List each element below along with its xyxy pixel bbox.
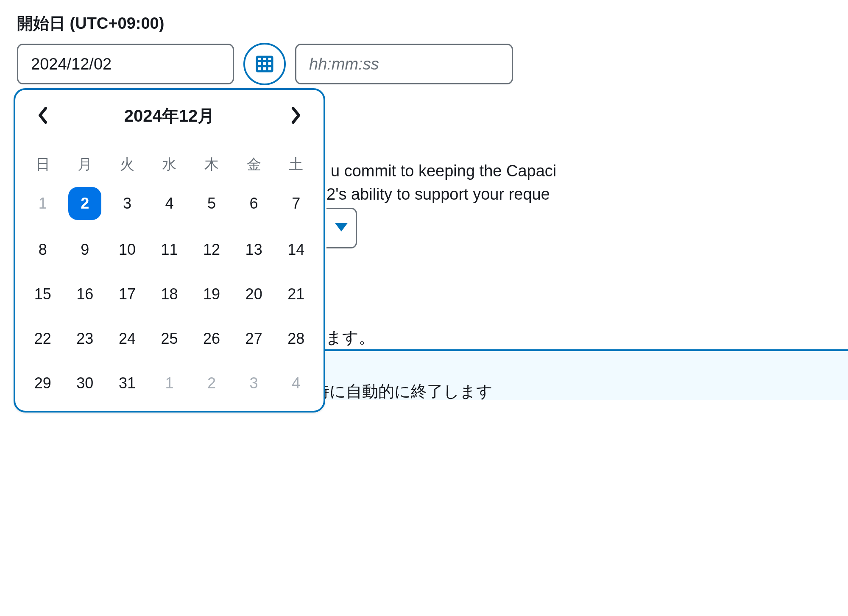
calendar-button[interactable]: [243, 43, 286, 85]
input-row: [17, 43, 831, 85]
calendar-popup: 2024年12月 日月火水木金土 12345678910111213141516…: [14, 88, 325, 98]
date-input[interactable]: [17, 44, 234, 84]
start-date-label: 開始日 (UTC+09:00): [17, 13, 831, 34]
calendar-icon: [254, 53, 275, 75]
time-input[interactable]: [295, 44, 513, 84]
svg-rect-0: [257, 57, 272, 71]
